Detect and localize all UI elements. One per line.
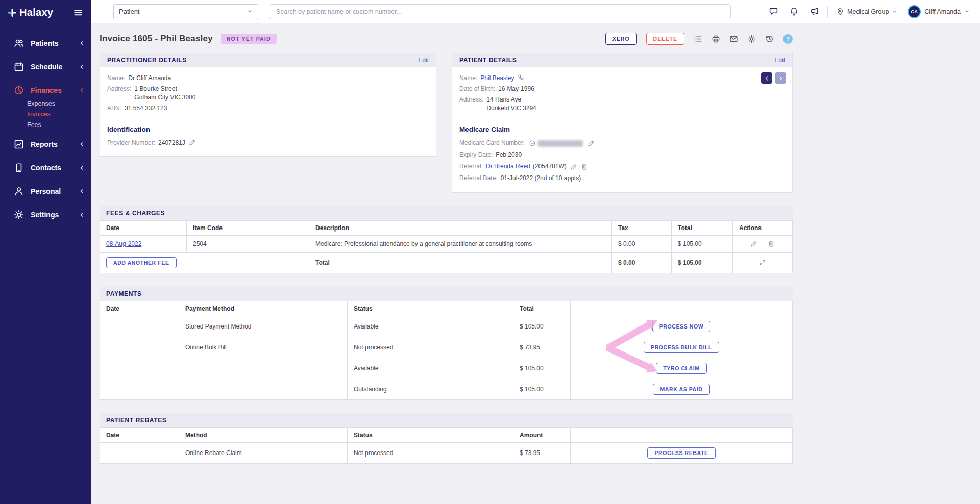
halaxy-logo-icon xyxy=(7,8,17,18)
edit-pencil-icon[interactable] xyxy=(570,163,577,170)
filter-selected-value: Patient xyxy=(119,8,139,15)
column-header: Date xyxy=(100,221,187,236)
identification-heading: Identification xyxy=(107,125,429,133)
column-header: Description xyxy=(309,221,612,236)
notifications-bell-icon[interactable] xyxy=(789,7,799,16)
chat-icon[interactable] xyxy=(769,7,778,16)
chevron-left-icon xyxy=(764,75,770,81)
sidebar-item-patients[interactable]: Patients xyxy=(0,32,91,55)
payment-total: $ 105.00 xyxy=(513,316,571,337)
xero-button[interactable]: XERO xyxy=(605,33,637,45)
fee-description: Medicare: Professional attendance by a g… xyxy=(309,236,612,253)
edit-pencil-icon[interactable] xyxy=(189,139,196,146)
process-rebate-button[interactable]: PROCESS REBATE xyxy=(647,447,715,459)
menu-icon[interactable] xyxy=(74,8,83,17)
sidebar-item-finances[interactable]: Finances xyxy=(0,79,91,102)
sidebar-item-expenses[interactable]: Expenses xyxy=(27,100,91,107)
gear-icon xyxy=(14,210,24,220)
location-pin-icon xyxy=(836,8,844,16)
section-title: PATIENT REBATES xyxy=(106,417,166,424)
column-header: Status xyxy=(348,301,513,316)
payment-date xyxy=(100,316,179,337)
topbar-icons xyxy=(769,7,819,16)
process-now-button[interactable]: PROCESS NOW xyxy=(652,321,711,332)
column-header-actions xyxy=(571,301,793,316)
expiry-row: Expiry Date: Feb 2030 xyxy=(459,150,785,159)
patient-filter-dropdown[interactable]: Patient xyxy=(113,4,258,19)
add-another-fee-button[interactable]: ADD ANOTHER FEE xyxy=(106,257,177,268)
patient-name-link[interactable]: Phil Beasley xyxy=(480,74,514,83)
practitioner-abn-row: ABN: 31 554 332 123 xyxy=(107,104,429,113)
expiry-date: Feb 2030 xyxy=(496,150,522,159)
column-header: Status xyxy=(348,428,513,443)
column-header: Date xyxy=(100,428,179,443)
delete-button[interactable]: DELETE xyxy=(646,33,684,45)
payment-status: Available xyxy=(348,316,513,337)
location-selector[interactable]: Medical Group xyxy=(836,8,897,16)
sidebar-item-label: Schedule xyxy=(31,63,62,71)
column-header: Actions xyxy=(733,221,793,236)
medicare-card-number-redacted xyxy=(538,140,583,147)
edit-pencil-icon[interactable] xyxy=(587,140,595,147)
gear-icon[interactable] xyxy=(747,35,756,43)
phone-icon[interactable] xyxy=(518,74,525,81)
sidebar-item-personal[interactable]: Personal xyxy=(0,180,91,203)
trash-icon[interactable] xyxy=(768,240,775,247)
user-menu[interactable]: CA Cliff Amanda xyxy=(908,5,970,18)
expand-icon[interactable] xyxy=(759,259,766,266)
help-icon[interactable]: ? xyxy=(783,34,793,44)
address-line-1: 14 Hans Ave xyxy=(486,95,536,104)
section-title: PAYMENTS xyxy=(106,290,141,297)
sidebar-item-schedule[interactable]: Schedule xyxy=(0,55,91,79)
sidebar-item-settings[interactable]: Settings xyxy=(0,203,91,226)
previous-patient-button[interactable] xyxy=(761,72,772,84)
edit-patient-link[interactable]: Edit xyxy=(774,57,785,64)
sidebar-item-contacts[interactable]: Contacts xyxy=(0,156,91,180)
topbar-divider xyxy=(827,6,828,18)
payment-method: Online Bulk Bill xyxy=(179,337,348,358)
column-header: Amount xyxy=(513,428,571,443)
sidebar-item-label: Finances xyxy=(31,86,62,94)
next-patient-button[interactable] xyxy=(775,72,786,84)
search-input[interactable] xyxy=(269,4,731,19)
fees-total-row: ADD ANOTHER FEE Total $ 0.00 $ 105.00 xyxy=(100,253,793,273)
process-bulk-bill-button[interactable]: PROCESS BULK BILL xyxy=(644,342,719,353)
referral-doctor-link[interactable]: Dr Brenda Reed xyxy=(486,162,530,171)
contacts-icon xyxy=(14,163,24,173)
print-icon[interactable] xyxy=(712,35,720,43)
location-label: Medical Group xyxy=(847,8,889,15)
chevron-left-icon xyxy=(79,165,85,171)
list-icon[interactable] xyxy=(694,35,702,43)
payments-table: Date Payment Method Status Total Stored … xyxy=(100,301,793,400)
edit-practitioner-link[interactable]: Edit xyxy=(418,57,429,64)
sidebar-item-reports[interactable]: Reports xyxy=(0,133,91,156)
tyro-claim-button[interactable]: TYRO CLAIM xyxy=(656,363,706,374)
trash-icon[interactable] xyxy=(581,163,588,170)
sidebar-item-fees[interactable]: Fees xyxy=(27,121,91,129)
halaxy-logo[interactable]: Halaxy xyxy=(7,7,53,18)
fee-date-link[interactable]: 08-Aug-2022 xyxy=(106,240,141,247)
payment-method xyxy=(179,358,348,379)
reports-icon xyxy=(14,139,24,149)
topbar: Patient Medical Group CA Cliff Amanda xyxy=(91,0,980,23)
fee-tax: $ 0.00 xyxy=(612,236,672,253)
edit-pencil-icon[interactable] xyxy=(750,240,757,247)
provider-number: 2407281J xyxy=(158,139,185,147)
hide-number-icon[interactable] xyxy=(529,140,536,147)
payment-total: $ 73.95 xyxy=(513,337,571,358)
sidebar-item-invoices[interactable]: Invoices xyxy=(27,111,91,118)
referral-row: Referral: Dr Brenda Reed (2054781W) xyxy=(459,162,785,171)
chevron-left-icon xyxy=(79,87,85,93)
practitioner-name-row: Name: Dr Cliff Amanda xyxy=(107,74,429,83)
sidebar-item-label: Contacts xyxy=(31,164,61,172)
email-icon[interactable] xyxy=(729,35,738,43)
table-row: 08-Aug-2022 2504 Medicare: Professional … xyxy=(100,236,793,253)
total-tax: $ 0.00 xyxy=(612,253,672,273)
announcements-megaphone-icon[interactable] xyxy=(810,7,819,16)
section-title: PATIENT DETAILS xyxy=(459,57,517,64)
history-icon[interactable] xyxy=(765,35,774,43)
mark-as-paid-button[interactable]: MARK AS PAID xyxy=(653,384,709,395)
table-row: Stored Payment Method Available $ 105.00… xyxy=(100,316,793,337)
rebates-table: Date Method Status Amount Online Rebate … xyxy=(100,427,793,464)
referral-date-row: Referral Date: 01-Jul-2022 (2nd of 10 ap… xyxy=(459,174,785,183)
